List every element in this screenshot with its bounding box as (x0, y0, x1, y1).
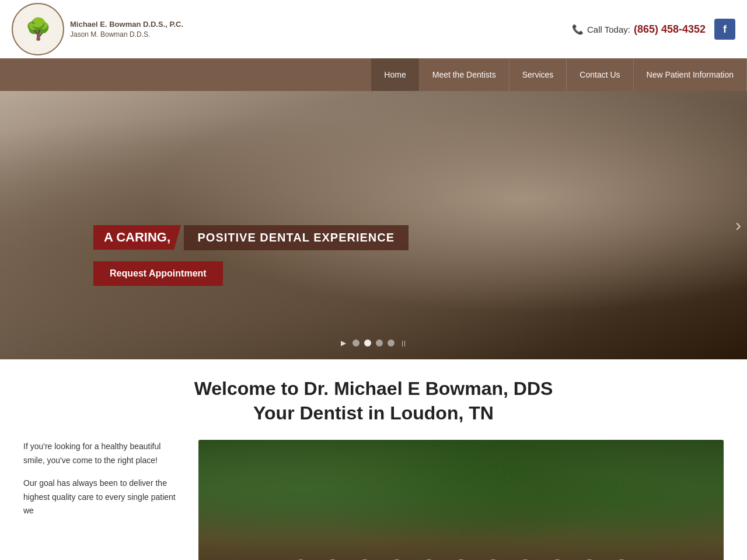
hero-section: A CARING, POSITIVE DENTAL EXPERIENCE Req… (0, 91, 747, 359)
request-appointment-button[interactable]: Request Appointment (93, 261, 223, 286)
welcome-text: If you're looking for a healthy beautifu… (23, 440, 181, 527)
logo-circle: 🌳 (12, 3, 64, 55)
team-photo (198, 440, 724, 560)
logo-area: 🌳 Michael E. Bowman D.D.S., P.C. Jason M… (12, 3, 183, 55)
welcome-title-line2: Your Dentist in Loudon, TN (23, 401, 724, 426)
slider-pause-button[interactable]: || (399, 338, 409, 348)
practice-name1: Michael E. Bowman D.D.S., P.C. (70, 19, 183, 30)
slider-dot-2[interactable] (364, 340, 371, 346)
hero-next-arrow[interactable]: › (735, 215, 741, 235)
welcome-title: Welcome to Dr. Michael E Bowman, DDS You… (23, 377, 724, 425)
welcome-section: Welcome to Dr. Michael E Bowman, DDS You… (0, 359, 747, 560)
header-right: 📞 Call Today: (865) 458-4352 f (572, 19, 735, 40)
facebook-button[interactable]: f (714, 19, 735, 40)
slider-dot-1[interactable] (352, 340, 359, 346)
nav-home[interactable]: Home (371, 58, 419, 91)
slider-controls: ▶ || (338, 338, 409, 348)
nav-new-patient[interactable]: New Patient Information (634, 58, 747, 91)
slider-play-button[interactable]: ▶ (338, 338, 348, 348)
welcome-title-line1: Welcome to Dr. Michael E Bowman, DDS (23, 377, 724, 401)
call-info: 📞 Call Today: (865) 458-4352 (572, 23, 706, 36)
welcome-paragraph2: Our goal has always been to deliver the … (23, 477, 181, 518)
call-label: Call Today: (587, 24, 630, 34)
hero-tag2: POSITIVE DENTAL EXPERIENCE (184, 225, 409, 250)
main-nav: Home Meet the Dentists Services Contact … (0, 58, 747, 91)
welcome-paragraph1: If you're looking for a healthy beautifu… (23, 440, 181, 468)
header: 🌳 Michael E. Bowman D.D.S., P.C. Jason M… (0, 0, 747, 58)
phone-number[interactable]: (865) 458-4352 (634, 23, 706, 36)
hero-text-overlay: A CARING, POSITIVE DENTAL EXPERIENCE Req… (93, 225, 409, 286)
nav-contact[interactable]: Contact Us (567, 58, 633, 91)
welcome-content: If you're looking for a healthy beautifu… (23, 440, 724, 560)
logo-tree-icon: 🌳 (25, 17, 51, 41)
slider-dot-3[interactable] (376, 340, 383, 346)
team-photo-sim (198, 440, 724, 560)
slider-dot-4[interactable] (388, 340, 395, 346)
nav-services[interactable]: Services (509, 58, 567, 91)
hero-tag1: A CARING, (93, 225, 181, 250)
logo-text: Michael E. Bowman D.D.S., P.C. Jason M. … (70, 19, 183, 40)
nav-meet-dentists[interactable]: Meet the Dentists (420, 58, 509, 91)
practice-name2: Jason M. Bowman D.D.S. (70, 30, 183, 40)
phone-icon: 📞 (572, 24, 584, 35)
